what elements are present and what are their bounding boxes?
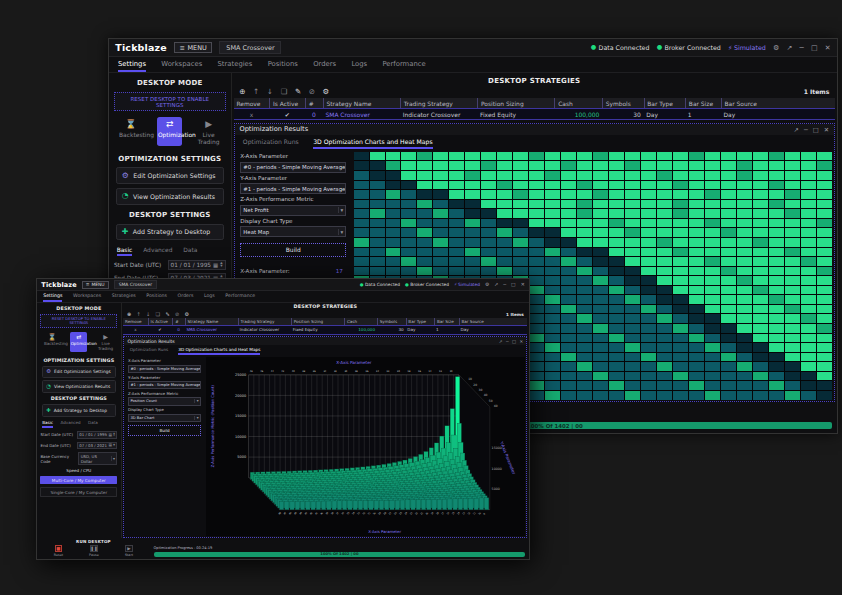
end-date-input[interactable]: 07 / 03 / 2021 ▦ ▴ ▾ bbox=[77, 442, 117, 450]
start-button[interactable]: ▶ Start bbox=[125, 545, 133, 556]
menu-button[interactable]: ≡ MENU bbox=[174, 42, 212, 54]
tab-basic[interactable]: Basic bbox=[117, 246, 133, 256]
tab-optimization-runs[interactable]: Optimization Runs bbox=[243, 138, 299, 149]
date-stepper[interactable]: ▴ ▾ bbox=[113, 444, 115, 447]
edit-icon[interactable]: ✎ bbox=[295, 87, 301, 96]
close-icon[interactable]: ✕ bbox=[520, 339, 524, 344]
settings-icon[interactable]: ⚙ bbox=[184, 311, 189, 317]
y-axis-param-select[interactable]: #1 - periods - Simple Moving Average ▾ bbox=[240, 183, 346, 194]
mode-backtesting[interactable]: ⌛ Backtesting bbox=[118, 117, 143, 146]
nav-positions[interactable]: Positions bbox=[268, 60, 298, 72]
chevron-down-icon[interactable]: ▾ bbox=[194, 416, 198, 420]
edit-optimization-settings-button[interactable]: ⚙ Edit Optimization Settings bbox=[42, 366, 116, 378]
spin-down-icon[interactable]: ▾ bbox=[113, 445, 115, 447]
chevron-down-icon[interactable]: ▾ bbox=[111, 456, 115, 461]
date-stepper[interactable]: ▴ ▾ bbox=[113, 433, 115, 436]
nav-orders[interactable]: Orders bbox=[178, 293, 194, 302]
close-icon[interactable]: ✕ bbox=[521, 282, 525, 287]
tab-data[interactable]: Data bbox=[88, 420, 98, 428]
mode-live-trading[interactable]: ▶ Live Trading bbox=[196, 117, 221, 146]
settings-icon[interactable]: ⚙ bbox=[323, 87, 330, 96]
strategy-row[interactable]: x ✔ 0 SMA Crossover Indicator Crossover … bbox=[234, 108, 835, 120]
chevron-down-icon[interactable]: ▾ bbox=[194, 399, 198, 403]
z-metric-select[interactable]: Net Profit ▾ bbox=[240, 205, 346, 216]
pause-button[interactable]: ❚❚ Pause bbox=[89, 545, 99, 556]
nav-settings[interactable]: Settings bbox=[43, 293, 62, 302]
tab-optimization-runs[interactable]: Optimization Runs bbox=[130, 347, 168, 355]
tab-3d-charts-heatmaps[interactable]: 3D Optimization Charts and Heat Maps bbox=[313, 138, 432, 149]
maximize-icon[interactable]: □ bbox=[511, 282, 516, 287]
spin-down-icon[interactable]: ▾ bbox=[220, 265, 222, 268]
add-strategy-button[interactable]: ✚ Add Strategy to Desktop bbox=[116, 224, 224, 241]
chevron-down-icon[interactable]: ▾ bbox=[338, 207, 344, 213]
window-titlebar[interactable]: Tickblaze ≡ MENU SMA Crossover ● Data Co… bbox=[109, 39, 837, 57]
remove-strategy-button[interactable]: x bbox=[234, 109, 270, 119]
calendar-icon[interactable]: ▦ bbox=[108, 443, 112, 447]
nav-settings[interactable]: Settings bbox=[118, 60, 146, 72]
reset-button[interactable]: ■ Reset bbox=[54, 545, 63, 556]
single-core-button[interactable]: Single-Core / My Computer bbox=[40, 487, 117, 498]
cell-strategy-name[interactable]: SMA Crossover bbox=[323, 109, 400, 119]
tab-advanced[interactable]: Advanced bbox=[61, 420, 81, 428]
duplicate-icon[interactable]: ❏ bbox=[156, 311, 161, 317]
build-button[interactable]: Build bbox=[128, 425, 201, 435]
add-icon[interactable]: ⊕ bbox=[239, 87, 245, 96]
mode-live-trading[interactable]: ▶ Live Trading bbox=[97, 332, 114, 353]
edit-icon[interactable]: ✎ bbox=[165, 311, 169, 317]
is-active-checkbox[interactable]: ✔ bbox=[269, 109, 305, 119]
chart-type-select[interactable]: Heat Map ▾ bbox=[240, 226, 346, 237]
tab-basic[interactable]: Basic bbox=[42, 420, 53, 428]
start-date-input[interactable]: 01 / 01 / 1995 ▦ ▴ ▾ bbox=[77, 431, 117, 439]
nav-logs[interactable]: Logs bbox=[351, 60, 367, 72]
nav-workspaces[interactable]: Workspaces bbox=[73, 293, 101, 302]
duplicate-icon[interactable]: ❏ bbox=[281, 87, 288, 96]
minimize-icon[interactable]: ─ bbox=[804, 126, 808, 133]
add-icon[interactable]: ⊕ bbox=[127, 311, 131, 317]
popout-icon[interactable]: ↗ bbox=[786, 43, 792, 52]
position-count-3d-bar-chart[interactable]: 5000100001500020000250001500010000500010… bbox=[206, 357, 525, 535]
nav-logs[interactable]: Logs bbox=[204, 293, 215, 302]
panel-titlebar[interactable]: Optimization Results ↗ ─ □ ✕ bbox=[124, 337, 526, 345]
settings-gear-icon[interactable]: ⚙ bbox=[485, 282, 489, 287]
is-active-checkbox[interactable]: ✔ bbox=[148, 326, 173, 333]
chart-type-select[interactable]: 3D Bar Chart ▾ bbox=[128, 414, 201, 422]
nav-orders[interactable]: Orders bbox=[313, 60, 336, 72]
currency-select[interactable]: USD, US Dollar ▾ bbox=[78, 452, 117, 465]
pause-icon[interactable]: ❚❚ bbox=[90, 545, 98, 551]
start-date-input[interactable]: 01 / 01 / 1995 ▦ ▴ ▾ bbox=[168, 260, 226, 269]
settings-gear-icon[interactable]: ⚙ bbox=[773, 43, 779, 52]
mode-optimization[interactable]: ⇄ Optimization bbox=[157, 117, 182, 146]
close-icon[interactable]: ✕ bbox=[825, 43, 831, 52]
delete-icon[interactable]: ⊘ bbox=[175, 311, 179, 317]
nav-strategies[interactable]: Strategies bbox=[112, 293, 136, 302]
move-up-icon[interactable]: ↑ bbox=[136, 311, 140, 317]
workspace-tab-sma-crossover[interactable]: SMA Crossover bbox=[219, 41, 281, 53]
view-optimization-results-button[interactable]: ◔ View Optimization Results bbox=[42, 380, 116, 392]
cell-strategy-name[interactable]: SMA Crossover bbox=[185, 326, 238, 333]
reset-stop-icon[interactable]: ■ bbox=[55, 545, 63, 551]
reset-desktop-button[interactable]: RESET DESKTOP TO ENABLE SETTINGS bbox=[40, 314, 117, 328]
popout-icon[interactable]: ↗ bbox=[794, 126, 799, 133]
popout-icon[interactable]: ↗ bbox=[494, 282, 498, 287]
popout-icon[interactable]: ↗ bbox=[499, 339, 503, 344]
simulation-mode-badge[interactable]: ⚡ Simulated bbox=[728, 44, 766, 51]
x-axis-param-select[interactable]: #0 - periods - Simple Moving Average ▾ bbox=[128, 365, 201, 373]
build-button[interactable]: Build bbox=[240, 243, 346, 257]
simulation-mode-badge[interactable]: ⚡ Simulated bbox=[454, 282, 480, 287]
workspace-tab-sma-crossover[interactable]: SMA Crossover bbox=[114, 280, 157, 289]
calendar-icon[interactable]: ▦ bbox=[213, 262, 218, 268]
delete-icon[interactable]: ⊘ bbox=[309, 87, 315, 96]
tab-data[interactable]: Data bbox=[183, 246, 197, 256]
z-metric-select[interactable]: Position Count ▾ bbox=[128, 397, 201, 405]
mode-optimization[interactable]: ⇄ Optimization bbox=[70, 332, 87, 353]
tab-3d-charts-heatmaps[interactable]: 3D Optimization Charts and Heat Maps bbox=[178, 347, 260, 355]
minimize-icon[interactable]: ─ bbox=[506, 339, 509, 344]
maximize-icon[interactable]: □ bbox=[811, 43, 818, 52]
mode-backtesting[interactable]: ⌛ Backtesting bbox=[44, 332, 61, 353]
nav-workspaces[interactable]: Workspaces bbox=[161, 60, 202, 72]
tab-advanced[interactable]: Advanced bbox=[143, 246, 172, 256]
spin-down-icon[interactable]: ▾ bbox=[113, 435, 115, 437]
move-up-icon[interactable]: ↑ bbox=[253, 87, 259, 96]
minimize-icon[interactable]: ─ bbox=[503, 282, 506, 287]
window-titlebar[interactable]: Tickblaze ≡ MENU SMA Crossover ● Data Co… bbox=[37, 279, 529, 291]
